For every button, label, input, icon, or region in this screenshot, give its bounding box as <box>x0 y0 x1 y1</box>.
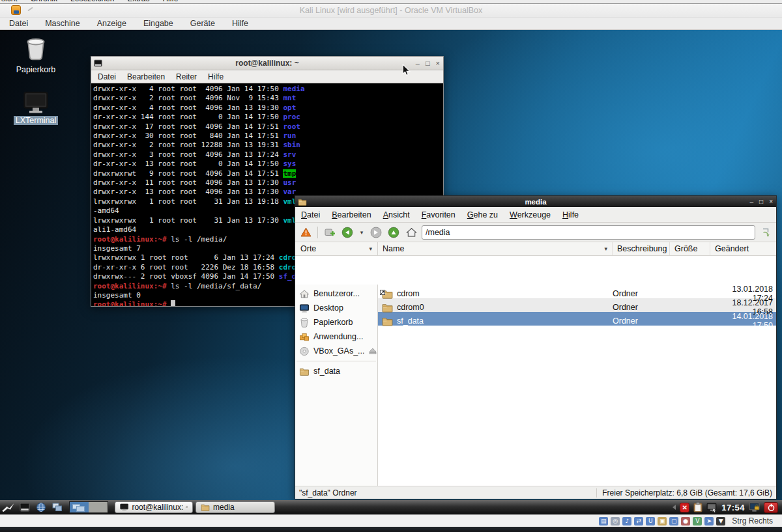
fm-menu-werkzeuge[interactable]: Werkzeuge <box>510 210 551 219</box>
sidebar-item-papierkorb[interactable]: Papierkorb <box>295 315 377 329</box>
vbox-menu-hilfe[interactable]: Hilfe <box>232 19 248 28</box>
vbox-menu-maschine[interactable]: Maschine <box>45 19 80 28</box>
sidebar-item-vboxgas[interactable]: VBox_GAs_... <box>295 344 377 358</box>
vbox-menu-datei[interactable]: Datei <box>9 19 28 28</box>
windows-icon <box>52 503 63 512</box>
fm-menu-ansicht[interactable]: Ansicht <box>383 210 410 219</box>
trash-icon <box>299 318 310 328</box>
fm-menu-bearbeiten[interactable]: Bearbeiten <box>332 210 371 219</box>
vbox-status-icons: ▤◎♪⇄U▣▢●V➤▼ <box>599 517 725 525</box>
sidebar-item-anwendung[interactable]: Anwendung... <box>295 329 377 344</box>
web-browser-launcher[interactable] <box>33 501 49 514</box>
clipboard-tray-icon[interactable] <box>693 502 702 512</box>
terminal-menu-hilfe[interactable]: Hilfe <box>208 72 224 81</box>
maximize-button[interactable]: □ <box>426 60 430 67</box>
features-status-icon[interactable]: V <box>693 517 702 525</box>
desktop-icon-trash[interactable]: Papierkorb <box>11 35 61 74</box>
kali-taskbar: root@kalilinux: ~ media ✕ 17:54 <box>0 500 782 514</box>
sidebar-item-benutzeror[interactable]: Benutzeror... <box>295 287 377 301</box>
audio-status-icon[interactable]: ♪ <box>622 517 631 525</box>
mouse-status-icon[interactable]: ➤ <box>704 517 714 525</box>
file-manager-launcher[interactable] <box>16 501 33 514</box>
column-header-modified[interactable]: Geändert <box>710 242 776 255</box>
minimize-button[interactable]: – <box>416 60 420 67</box>
workspace-1[interactable] <box>70 502 89 512</box>
back-history-dropdown[interactable]: ▾ <box>358 225 366 240</box>
show-desktop-button[interactable] <box>49 501 65 514</box>
column-header-description[interactable]: Beschreibung <box>613 242 670 255</box>
file-manager-titlebar[interactable]: media – □ × <box>295 196 776 207</box>
vbox-menu-eingabe[interactable]: Eingabe <box>143 19 173 28</box>
task-button-media[interactable]: media <box>195 501 275 513</box>
eject-icon[interactable] <box>369 348 377 354</box>
file-row-cdrom[interactable]: cdromOrdner13.01.2018 17:24 <box>378 285 776 298</box>
file-row-sf_data[interactable]: sf_dataOrdner14.01.2018 17:50 <box>378 312 776 326</box>
sidebar-item-sfdata[interactable]: sf_data <box>295 364 377 378</box>
hdd-status-icon[interactable]: ▤ <box>599 517 608 525</box>
remote-display-tray-icon[interactable] <box>706 503 717 512</box>
tray-collapse-icon[interactable] <box>673 505 676 510</box>
terminal-line: drwxr-xr-x 4 root root 4096 Jan 14 17:50… <box>93 85 441 94</box>
back-button[interactable] <box>340 225 355 240</box>
sort-chevron-icon: ▾ <box>604 245 607 252</box>
column-header-name[interactable]: Name▾ <box>378 242 613 255</box>
forward-button[interactable] <box>369 225 383 240</box>
workspace-2[interactable] <box>89 502 108 512</box>
keyboard-status-icon[interactable]: ▼ <box>716 517 725 525</box>
places-dropdown[interactable]: Orte▾ <box>295 242 378 255</box>
go-to-path-button[interactable] <box>759 225 773 240</box>
terminal-titlebar[interactable]: root@kalilinux: ~ – □ × <box>91 57 443 70</box>
network-status-icon[interactable]: ⇄ <box>634 517 643 525</box>
vm-screen: Papierkorb LXTerminal root@kalilinux: ~ … <box>0 30 782 514</box>
fm-menu-hilfe[interactable]: Hilfe <box>562 210 579 219</box>
desktop-icon-label: Papierkorb <box>14 65 57 74</box>
sidebar-item-desktop[interactable]: Desktop <box>295 301 377 315</box>
display-status-icon[interactable]: ▢ <box>669 517 678 525</box>
shared-folders-status-icon[interactable]: ▣ <box>658 517 667 525</box>
recording-status-icon[interactable]: ● <box>681 517 690 525</box>
close-button[interactable]: × <box>769 199 773 205</box>
terminal-menu-datei[interactable]: Datei <box>98 72 116 81</box>
desktop-icon-label: LXTerminal <box>14 116 59 125</box>
fm-menu-gehe-zu[interactable]: Gehe zu <box>467 210 498 219</box>
file-manager-window: media – □ × DateiBearbeitenAnsichtFavori… <box>295 195 777 499</box>
folder-icon <box>382 316 393 326</box>
home-button[interactable] <box>404 225 418 240</box>
up-button[interactable] <box>386 225 401 240</box>
close-button[interactable]: × <box>436 60 440 67</box>
fm-menu-datei[interactable]: Datei <box>301 210 320 219</box>
vbox-menu-geräte[interactable]: Geräte <box>190 19 215 28</box>
terminal-menu-bearbeiten[interactable]: Bearbeiten <box>127 72 165 81</box>
workspace-pager <box>69 501 108 513</box>
new-tab-button[interactable] <box>323 225 337 240</box>
applications-menu-button[interactable] <box>0 501 16 514</box>
logout-button[interactable] <box>764 502 778 513</box>
cdrom-icon <box>299 346 310 356</box>
vbox-window-title: Kali Linux [wird ausgeführt] - Oracle VM… <box>0 6 782 15</box>
globe-icon <box>36 502 46 512</box>
kali-logo-icon <box>1 503 15 512</box>
minimize-button[interactable]: – <box>750 199 754 205</box>
terminal-line: drwxr-xr-x 17 root root 4096 Jan 14 17:5… <box>93 122 441 132</box>
fm-menu-favoriten[interactable]: Favoriten <box>422 210 456 219</box>
clock[interactable]: 17:54 <box>721 503 745 512</box>
terminal-line: dr-xr-xr-x 13 root root 0 Jan 14 17:50 s… <box>93 160 441 169</box>
vbox-menu-anzeige[interactable]: Anzeige <box>97 19 126 28</box>
updates-tray-icon[interactable]: ✕ <box>680 503 689 512</box>
column-header-size[interactable]: Größe <box>670 242 710 255</box>
terminal-menu-reiter[interactable]: Reiter <box>176 72 197 81</box>
folder-icon <box>382 303 393 313</box>
system-tray: ✕ 17:54 <box>673 502 782 513</box>
terminal-line: drwxr-xr-x 11 root root 4096 Jan 13 17:3… <box>93 178 441 188</box>
desktop-icon-lxterminal[interactable]: LXTerminal <box>11 91 61 125</box>
vbox-titlebar[interactable]: Kali Linux [wird ausgeführt] - Oracle VM… <box>0 4 782 18</box>
lock-screen-button[interactable] <box>749 502 760 513</box>
usb-status-icon[interactable]: U <box>646 517 655 525</box>
file-row-cdrom0[interactable]: cdrom0Ordner18.12.2017 16:58 <box>378 298 776 312</box>
trash-icon <box>24 35 48 63</box>
terminal-menubar: DateiBearbeitenReiterHilfe <box>91 70 443 83</box>
maximize-button[interactable]: □ <box>759 199 763 205</box>
optical-disc-status-icon[interactable]: ◎ <box>611 517 620 525</box>
address-bar-input[interactable] <box>422 225 755 240</box>
task-button-terminal[interactable]: root@kalilinux: ~ <box>115 501 193 513</box>
